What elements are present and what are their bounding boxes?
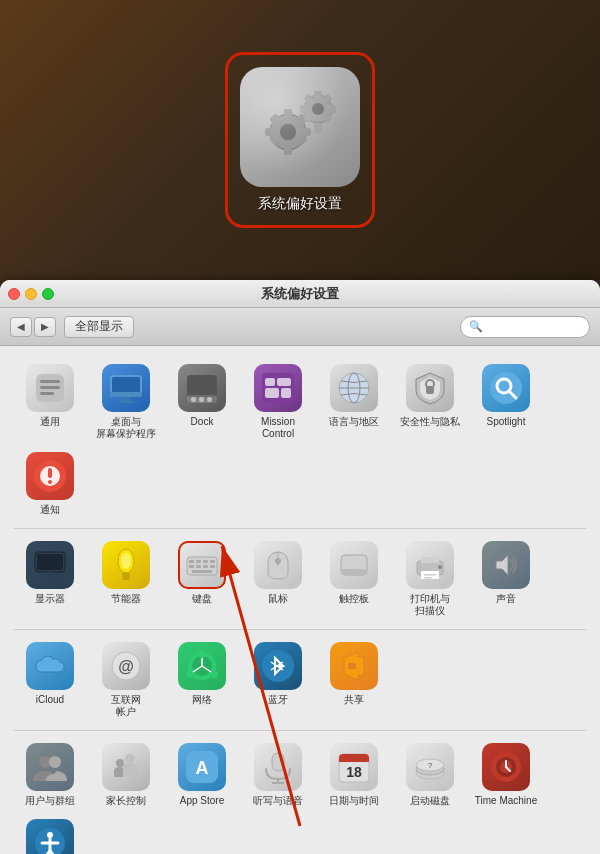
dock-label: Dock (191, 416, 214, 428)
svg-rect-62 (210, 560, 215, 563)
dock-pref[interactable]: Dock (166, 360, 238, 444)
svg-rect-31 (191, 397, 196, 402)
spotlight-icon (482, 364, 530, 412)
svg-point-56 (121, 553, 131, 569)
mouse-pref[interactable]: 鼠标 (242, 537, 314, 621)
printer-icon (406, 541, 454, 589)
toolbar: ◀ ▶ 全部显示 🔍 (0, 308, 600, 346)
notification-pref[interactable]: 通知 (14, 448, 86, 520)
startup-icon: ? (406, 743, 454, 791)
appstore-pref[interactable]: A App Store (166, 739, 238, 811)
svg-rect-66 (210, 565, 215, 568)
users-pref[interactable]: 用户与群组 (14, 739, 86, 811)
appstore-label: App Store (180, 795, 224, 807)
keyboard-pref[interactable]: 键盘 (166, 537, 238, 621)
users-icon (26, 743, 74, 791)
datetime-pref[interactable]: 18 日期与时间 (318, 739, 390, 811)
notification-icon (26, 452, 74, 500)
timemachine-label: Time Machine (475, 795, 537, 807)
mission-control-pref[interactable]: MissionControl (242, 360, 314, 444)
system-preferences-icon-large[interactable] (240, 67, 360, 187)
network-pref[interactable]: 网络 (166, 638, 238, 722)
sharing-icon (330, 642, 378, 690)
svg-rect-7 (295, 113, 308, 126)
desktop-pref[interactable]: 桌面与屏幕保护程序 (90, 360, 162, 444)
dictation-pref[interactable]: 听写与语音 (242, 739, 314, 811)
svg-rect-98 (272, 753, 284, 771)
timemachine-pref[interactable]: Time Machine (470, 739, 542, 811)
svg-point-82 (198, 650, 206, 658)
printer-pref[interactable]: 打印机与扫描仪 (394, 537, 466, 621)
internet-accounts-pref[interactable]: @ 互联网帐户 (90, 638, 162, 722)
svg-rect-4 (265, 128, 277, 136)
language-pref[interactable]: 语言与地区 (318, 360, 390, 444)
search-icon: 🔍 (469, 320, 483, 333)
svg-text:A: A (196, 758, 209, 778)
svg-rect-37 (265, 388, 279, 398)
svg-rect-67 (192, 570, 212, 573)
svg-rect-8 (269, 133, 282, 146)
svg-rect-49 (48, 468, 52, 478)
display-pref[interactable]: 显示器 (14, 537, 86, 621)
search-input[interactable] (487, 321, 581, 333)
sound-icon (482, 541, 530, 589)
svg-rect-22 (40, 386, 60, 389)
startup-pref[interactable]: ? 启动磁盘 (394, 739, 466, 811)
internet-section: iCloud @ 互联网帐户 (14, 638, 586, 722)
system-preferences-window: 系统偏好设置 ◀ ▶ 全部显示 🔍 (0, 280, 600, 854)
sharing-label: 共享 (344, 694, 364, 706)
svg-rect-3 (284, 143, 292, 155)
app-icon-label: 系统偏好设置 (258, 195, 342, 213)
icloud-pref[interactable]: iCloud (14, 638, 86, 722)
svg-rect-63 (189, 565, 194, 568)
security-pref[interactable]: 安全性与隐私 (394, 360, 466, 444)
svg-rect-13 (314, 123, 322, 133)
close-button[interactable] (8, 288, 20, 300)
svg-point-115 (47, 832, 53, 838)
display-icon (26, 541, 74, 589)
network-label: 网络 (192, 694, 212, 706)
back-button[interactable]: ◀ (10, 317, 32, 337)
svg-text:@: @ (118, 658, 134, 675)
parental-icon (102, 743, 150, 791)
svg-rect-52 (37, 554, 63, 570)
svg-point-77 (438, 565, 442, 569)
title-bar: 系统偏好设置 (0, 280, 600, 308)
bluetooth-pref[interactable]: 蓝牙 (242, 638, 314, 722)
svg-rect-38 (281, 388, 291, 398)
parental-pref[interactable]: 家长控制 (90, 739, 162, 811)
keyboard-label: 键盘 (192, 593, 212, 605)
sound-pref[interactable]: 声音 (470, 537, 542, 621)
mission-label: MissionControl (261, 416, 295, 440)
svg-rect-32 (199, 397, 204, 402)
internet-label: 互联网帐户 (111, 694, 141, 718)
general-pref[interactable]: 通用 (14, 360, 86, 444)
svg-rect-15 (326, 105, 336, 113)
trackpad-pref[interactable]: 触控板 (318, 537, 390, 621)
dictation-label: 听写与语音 (253, 795, 303, 807)
minimize-button[interactable] (25, 288, 37, 300)
svg-rect-27 (122, 397, 130, 401)
svg-rect-17 (323, 94, 333, 104)
energy-pref[interactable]: 节能器 (90, 537, 162, 621)
accessibility-pref[interactable]: 辅助功能 (14, 815, 86, 854)
svg-rect-2 (284, 109, 292, 121)
svg-rect-26 (110, 392, 142, 397)
traffic-lights (8, 288, 54, 300)
forward-button[interactable]: ▶ (34, 317, 56, 337)
svg-rect-57 (122, 572, 130, 580)
divider-2 (14, 629, 586, 630)
spotlight-pref[interactable]: Spotlight (470, 360, 542, 444)
divider-1 (14, 528, 586, 529)
users-label: 用户与群组 (25, 795, 75, 807)
svg-rect-75 (424, 574, 436, 576)
svg-rect-29 (187, 375, 217, 397)
show-all-button[interactable]: 全部显示 (64, 316, 134, 338)
svg-rect-71 (341, 569, 367, 575)
svg-rect-59 (189, 560, 194, 563)
energy-label: 节能器 (111, 593, 141, 605)
sharing-pref[interactable]: 共享 (318, 638, 390, 722)
svg-rect-23 (40, 392, 54, 395)
svg-rect-35 (265, 378, 275, 386)
maximize-button[interactable] (42, 288, 54, 300)
